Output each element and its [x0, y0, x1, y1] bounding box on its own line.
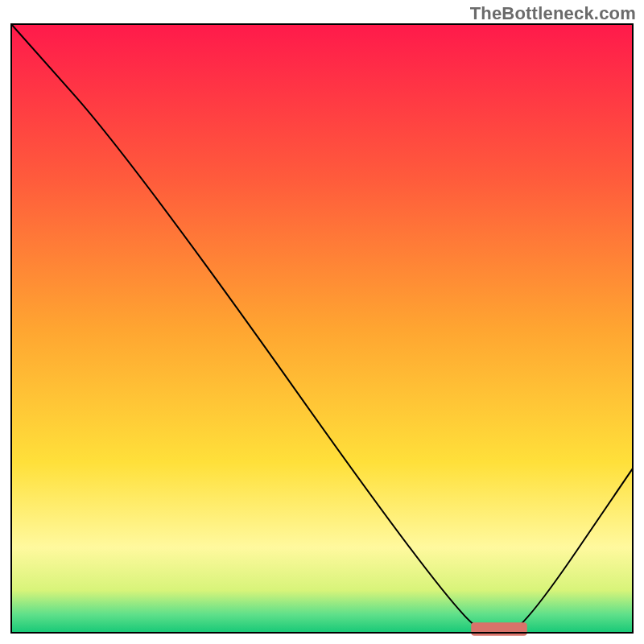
- bottleneck-chart: [0, 0, 644, 644]
- gradient-background: [11, 24, 633, 633]
- watermark-text: TheBottleneck.com: [470, 3, 636, 24]
- optimal-range-marker: [471, 622, 526, 636]
- chart-container: TheBottleneck.com: [0, 0, 644, 644]
